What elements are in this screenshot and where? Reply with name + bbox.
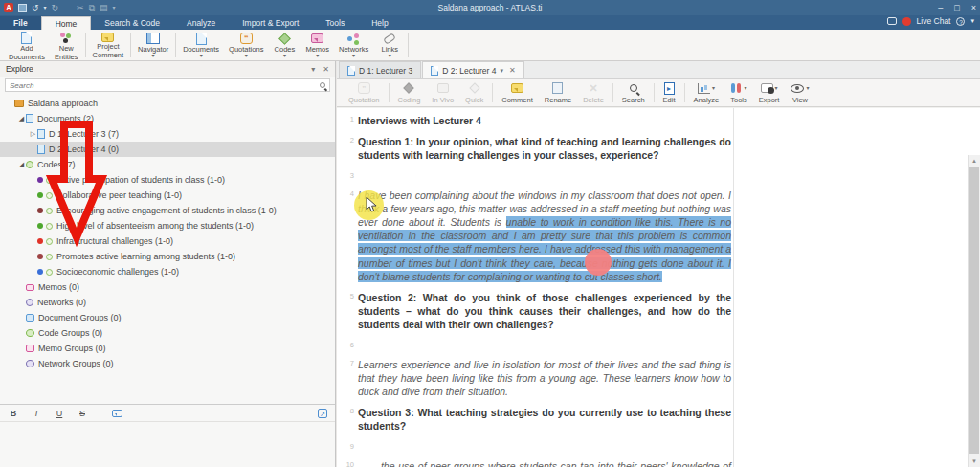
line-number: 8 (340, 407, 354, 415)
ribbon-button-quotations[interactable]: “Quotations ▾ (224, 30, 268, 60)
code-color-dot (37, 192, 43, 198)
dropdown-caret-icon: ▾ (806, 86, 809, 91)
tree-item-code-groups-0-[interactable]: Code Groups (0) (0, 325, 335, 341)
tree-item-network-groups-0-[interactable]: Network Groups (0) (0, 356, 335, 371)
ribbon-button-networks[interactable]: Networks ▾ (334, 30, 373, 60)
scroll-up-icon[interactable]: ▲ (969, 155, 980, 167)
panel-close-icon[interactable]: ✕ (323, 65, 329, 74)
tree-item-memo-groups-0-[interactable]: Memo Groups (0) (0, 341, 335, 356)
ribbon-tab-search-code[interactable]: Search & Code (91, 16, 173, 30)
ribbon-tab-import-export[interactable]: Import & Export (229, 16, 312, 30)
tree-item-document-groups-0-[interactable]: Document Groups (0) (0, 310, 335, 325)
document-tab-d-2-lecturer-4[interactable]: D 2: Lecturer 4▾✕ (422, 61, 523, 78)
code-color-dot (37, 269, 43, 275)
tree-item-saldana-approach[interactable]: Saldana approach (0, 96, 335, 111)
ribbon-button-navigator[interactable]: Navigator ▾ (133, 30, 173, 60)
ribbon-button-memos[interactable]: Memos ▾ (301, 30, 334, 60)
doc-toolbar-label: Export (759, 96, 780, 104)
paragraph-line-9: 9 (358, 441, 731, 452)
strikethrough-button[interactable]: S (77, 409, 88, 418)
ribbon-button-new-entities[interactable]: NewEntities ▾ (50, 30, 83, 60)
answer-text: …….the use of peer groups where students… (358, 459, 731, 467)
doc-toolbar-search[interactable]: Search (616, 79, 651, 106)
tree-item-high-level-of-absenteeism-among-the-stud[interactable]: High level of absenteeism among the stud… (0, 218, 335, 234)
tab-dropdown-icon[interactable]: ▾ (500, 67, 503, 75)
tree-item-socioeconomic-challenges-1-0-[interactable]: Socioeconomic challenges (1-0) (0, 264, 335, 279)
bold-button[interactable]: B (8, 409, 19, 418)
document-text-column[interactable]: 1Interviews with Lecturer 42Question 1: … (337, 108, 734, 467)
codes-icon (26, 161, 33, 168)
panel-options-icon[interactable]: ▾ (311, 65, 315, 74)
text-segment: Question 3: What teaching strategies do … (358, 407, 731, 432)
expander-icon[interactable]: ◢ (17, 161, 26, 168)
tree-item-codes-7-[interactable]: ◢Codes (7) (0, 157, 335, 172)
doc-toolbar-label: Tools (730, 96, 747, 104)
ribbon-button-codes[interactable]: Codes ▾ (268, 30, 301, 60)
line-number: 6 (340, 341, 354, 349)
tree-item-encouraging-active-engagement-of-student[interactable]: Encouraging active engagement of student… (0, 203, 335, 218)
vertical-scrollbar[interactable]: ▲ ▼ (968, 155, 980, 467)
expander-icon[interactable]: ◢ (17, 115, 26, 122)
doc-toolbar-tools[interactable]: ▾Tools (724, 79, 753, 106)
search-input[interactable] (10, 81, 320, 90)
tree-item-documents-2-[interactable]: ◢Documents (2) (0, 111, 335, 126)
close-button[interactable]: × (971, 3, 976, 12)
memos-icon (311, 33, 323, 43)
ribbon-tab-tools[interactable]: Tools (312, 16, 358, 30)
doc-toolbar-coding: Coding (392, 79, 427, 106)
rename-icon (552, 82, 563, 94)
ribbon-group: Documents ▾“Quotations ▾Codes ▾Memos ▾Ne… (178, 30, 406, 60)
new-entities-icon (59, 32, 73, 44)
doc-toolbar-export[interactable]: ▾Export (753, 79, 786, 106)
navigator-icon (146, 33, 160, 44)
doc-toolbar-analyze[interactable]: ▾Analyze (688, 79, 725, 106)
tree-item-promotes-active-learning-among-students-[interactable]: Promotes active learning among students … (0, 249, 335, 264)
doc-toolbar-edit[interactable]: ▸Edit (657, 79, 681, 106)
scrollbar-thumb[interactable] (969, 167, 979, 454)
live-chat-label[interactable]: Live Chat (917, 16, 951, 26)
document-toolbar: ”QuotationCodingIn VivoQuickCommentRenam… (337, 79, 980, 107)
doc-toolbar-label: Rename (545, 96, 571, 104)
code-color-dot (37, 177, 43, 183)
tree-item-label: High level of absenteeism among the stud… (56, 221, 254, 231)
explore-search[interactable] (5, 78, 330, 92)
tree-item-networks-0-[interactable]: Networks (0) (0, 295, 335, 310)
paragraph-line-4: 4I have been complaining about the windo… (358, 189, 731, 283)
tree-item-active-participation-of-students-in-clas[interactable]: Active participation of students in clas… (0, 172, 335, 188)
dropdown-caret-icon: ▾ (389, 54, 391, 58)
ribbon-button-links[interactable]: Links ▾ (373, 30, 406, 60)
italic-button[interactable]: I (31, 409, 42, 418)
ribbon-button-add-documents[interactable]: AddDocuments ▾ (4, 30, 50, 60)
document-tab-d-1-lecturer-3[interactable]: D 1: Lecturer 3 (339, 61, 421, 78)
open-in-window-icon[interactable]: ↗ (318, 409, 327, 418)
ribbon-tab-file[interactable]: File (0, 16, 41, 30)
line-number: 2 (340, 136, 354, 145)
comment-bubble-icon[interactable] (112, 410, 122, 417)
ribbon-button-project-comment[interactable]: ProjectComment (88, 30, 129, 60)
ribbon-tab-analyze[interactable]: Analyze (173, 16, 229, 30)
tree-item-memos-0-[interactable]: Memos (0) (0, 279, 335, 295)
doc-toolbar-comment[interactable]: Comment (496, 79, 539, 106)
scroll-down-icon[interactable]: ▼ (969, 456, 980, 467)
group-divider (85, 33, 86, 57)
ribbon-button-documents[interactable]: Documents ▾ (178, 30, 224, 60)
expander-icon[interactable]: ▷ (29, 130, 37, 138)
minimize-button[interactable]: – (938, 3, 943, 12)
ribbon-tab-help[interactable]: Help (358, 16, 401, 30)
underline-button[interactable]: U (54, 409, 65, 418)
line-number: 9 (340, 442, 354, 451)
tree-item-d-2-lecturer-4-0-[interactable]: D 2: Lecturer 4 (0) (0, 142, 335, 157)
live-chat-icon[interactable] (902, 17, 911, 26)
help-icon[interactable]: ? (956, 17, 965, 26)
maximize-button[interactable]: □ (954, 3, 959, 12)
tab-close-icon[interactable]: ✕ (509, 66, 516, 75)
doc-toolbar-rename[interactable]: Rename (539, 79, 577, 106)
ribbon-tab-home[interactable]: Home (41, 16, 92, 30)
ribbon-collapse-icon[interactable]: ▾ (970, 17, 974, 25)
tree-item-d-1-lecturer-3-7-[interactable]: ▷D 1: Lecturer 3 (7) (0, 126, 335, 142)
feedback-icon[interactable] (887, 17, 897, 25)
tree-item-infrastructural-challenges-1-0-[interactable]: Infrastructural challenges (1-0) (0, 234, 335, 249)
tree-item-collaborative-peer-teaching-1-0-[interactable]: Collaborative peer teaching (1-0) (0, 188, 335, 203)
doc-toolbar-view[interactable]: ▾View (785, 79, 814, 106)
comment-text-area[interactable] (0, 422, 335, 466)
